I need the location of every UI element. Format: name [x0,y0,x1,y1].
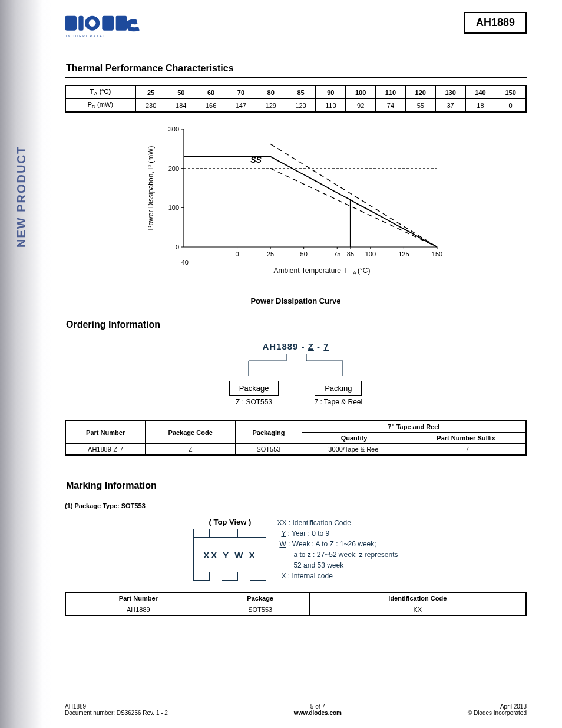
svg-rect-1 [78,16,83,31]
thermal-ta-val: 130 [435,85,465,99]
thermal-pd-val: 37 [435,99,465,113]
thermal-pd-val: 120 [286,99,316,113]
svg-rect-4 [116,16,127,31]
thermal-pd-val: 110 [316,99,346,113]
chip-pin-icon [222,529,238,537]
part-number-box: AH1889 [464,12,527,34]
thermal-ta-val: 100 [346,85,376,99]
svg-text:50: 50 [300,251,308,258]
thermal-ta-val: 140 [465,85,495,99]
section-ordering-title: Ordering Information [65,317,527,334]
svg-text:A: A [353,270,356,276]
order-part-pattern: AH1889 - Z - 7 [262,341,329,351]
section-marking-title: Marking Information [65,478,527,495]
chip-pin-icon [193,529,210,537]
footer: AH1889 Document number: DS36256 Rev. 1 -… [65,703,527,716]
svg-text:300: 300 [168,126,179,133]
chart-title: Power Dissipation Curve [65,297,527,305]
marking-subtitle: (1) Package Type: SOT553 [65,502,527,509]
cell-quantity: 3000/Tape & Reel [302,444,406,456]
thermal-ta-val: 150 [495,85,526,99]
hdr-suffix: Part Number Suffix [406,433,526,444]
svg-text:Ambient Temperature  T: Ambient Temperature T [274,266,348,275]
thermal-ta-val: 110 [376,85,406,99]
chip-pin-icon [250,572,266,581]
top-view-label: ( Top View ) [193,518,266,526]
footer-copyright: © Diodes Incorporated [468,710,527,716]
chip-marking-text: XX Y W X [193,537,266,572]
cell-suffix: -7 [406,444,526,456]
marking-table: Part Number Package Identification Code … [65,592,527,616]
chip-pin-icon [250,529,266,537]
mhdr-partnum: Part Number [65,592,211,604]
svg-text:200: 200 [168,165,179,172]
legend-w2: a to z : 27~52 week; z represents [277,549,398,560]
order-packing-value: 7 : Tape & Reel [314,398,362,406]
mcell-package: SOT553 [211,604,309,616]
thermal-pd-label: PD (mW) [65,99,135,113]
svg-text:100: 100 [168,205,179,212]
mcell-partnum: AH1889 [65,604,211,616]
marking-legend: XX : Identification Code Y : Year : 0 to… [277,518,398,581]
thermal-pd-val: 184 [166,99,196,113]
svg-text:Power Dissipation, P (mW): Power Dissipation, P (mW) [147,146,155,230]
company-logo: INCORPORATED [65,12,153,43]
svg-text:75: 75 [333,251,340,258]
footer-date: April 2013 [468,703,527,710]
legend-w3: 52 and 53 week [277,560,398,571]
footer-url: www.diodes.com [294,710,342,716]
sidebar-gradient [0,0,53,728]
hdr-pkgcode: Package Code [146,421,236,444]
hdr-packaging: Packaging [236,421,302,444]
hdr-quantity: Quantity [302,433,406,444]
thermal-ta-val: 70 [226,85,256,99]
svg-rect-0 [65,16,77,31]
svg-text:0: 0 [176,243,179,251]
cell-pkgcode: Z [146,444,236,456]
order-package-label: Package [229,381,279,396]
thermal-pd-val: 129 [256,99,286,113]
thermal-pd-val: 74 [376,99,406,113]
svg-text:85: 85 [347,251,354,258]
ordering-diagram: AH1889 - Z - 7 Package Z : SOT553 Packin… [65,341,527,406]
footer-doc: Document number: DS36256 Rev. 1 - 2 [65,710,168,716]
svg-text:25: 25 [267,251,274,258]
svg-text:100: 100 [365,251,376,258]
footer-part: AH1889 [65,703,168,710]
thermal-ta-val: 50 [166,85,196,99]
svg-rect-3 [102,16,114,31]
chip-pin-icon [222,572,238,581]
cell-partnum: AH1889-Z-7 [65,444,146,456]
thermal-ta-val: 85 [286,85,316,99]
thermal-ta-val: 90 [316,85,346,99]
thermal-pd-val: 18 [465,99,495,113]
thermal-ta-val: 80 [256,85,286,99]
section-thermal-title: Thermal Performance Characteristics [65,61,527,78]
thermal-table: TA (°C)25506070808590100110120130140150 … [65,85,527,113]
svg-text:125: 125 [398,251,409,258]
sidebar-label: NEW PRODUCT [15,146,28,248]
thermal-ta-val: 25 [135,85,166,99]
svg-text:-40: -40 [179,259,189,266]
svg-text:(°C): (°C) [358,266,370,275]
thermal-pd-val: 147 [226,99,256,113]
hdr-tape-reel: 7" Tape and Reel [302,421,526,433]
footer-page: 5 of 7 [294,703,342,710]
thermal-ta-val: 120 [405,85,435,99]
mhdr-idcode: Identification Code [309,592,526,604]
svg-text:INCORPORATED: INCORPORATED [66,34,107,38]
chip-top-view: ( Top View ) XX Y W X [193,518,266,581]
thermal-pd-val: 230 [135,99,166,113]
thermal-ta-label: TA (°C) [65,85,135,99]
power-dissipation-chart: 0100200300025507585100125150-40Ambient T… [143,123,449,282]
mhdr-package: Package [211,592,309,604]
svg-point-5 [89,19,96,27]
thermal-ta-val: 60 [196,85,226,99]
thermal-pd-val: 0 [495,99,526,113]
ordering-table: Part Number Package Code Packaging 7" Ta… [65,420,527,456]
svg-text:150: 150 [432,251,442,258]
mcell-idcode: KX [309,604,526,616]
thermal-pd-val: 55 [405,99,435,113]
order-packing-label: Packing [315,381,362,396]
thermal-pd-val: 166 [196,99,226,113]
